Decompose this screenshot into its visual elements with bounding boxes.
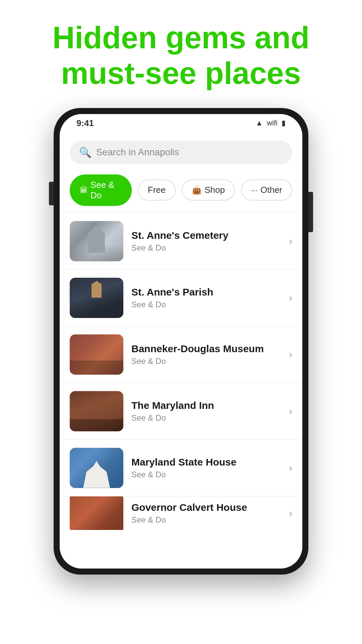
place-item-parish[interactable]: St. Anne's Parish See & Do › — [60, 270, 302, 326]
place-name-calvert: Governor Calvert House — [131, 502, 281, 513]
chevron-statehouse: › — [289, 463, 292, 473]
place-info-statehouse: Maryland State House See & Do — [131, 457, 281, 479]
place-info-museum: Banneker-Douglas Museum See & Do — [131, 343, 281, 366]
place-item-inn[interactable]: The Maryland Inn See & Do › — [60, 383, 302, 440]
battery-icon: ▮ — [282, 119, 286, 127]
place-info-calvert: Governor Calvert House See & Do — [131, 502, 281, 525]
status-icons: ▲ wifi ▮ — [255, 119, 286, 127]
place-info-inn: The Maryland Inn See & Do — [131, 400, 281, 423]
tab-free-label: Free — [148, 185, 166, 195]
place-name-museum: Banneker-Douglas Museum — [131, 343, 281, 355]
thumbnail-inn — [70, 391, 123, 431]
chevron-inn: › — [289, 406, 292, 417]
chevron-calvert: › — [289, 508, 292, 519]
shop-icon: 👜 — [192, 185, 202, 195]
hero-title: Hidden gems and must-see places — [27, 20, 335, 91]
place-category-parish: See & Do — [131, 300, 281, 309]
chevron-museum: › — [289, 349, 292, 360]
place-category-museum: See & Do — [131, 357, 281, 366]
tab-free[interactable]: Free — [138, 179, 176, 201]
app-content: 🔍 Search in Annapolis 🏛 See & Do Free 👜 — [60, 132, 302, 569]
phone-wrapper: 9:41 ▲ wifi ▮ 🔍 Search in Annapolis — [0, 108, 362, 575]
search-bar-container: 🔍 Search in Annapolis — [60, 132, 302, 171]
phone-outer: 9:41 ▲ wifi ▮ 🔍 Search in Annapolis — [54, 108, 308, 575]
place-name-statehouse: Maryland State House — [131, 457, 281, 468]
place-name-cemetery: St. Anne's Cemetery — [131, 230, 281, 241]
search-icon: 🔍 — [79, 147, 92, 158]
thumbnail-statehouse — [70, 448, 123, 488]
tab-see-do[interactable]: 🏛 See & Do — [70, 174, 132, 206]
place-category-calvert: See & Do — [131, 515, 281, 525]
see-do-icon: 🏛 — [80, 185, 88, 195]
place-category-statehouse: See & Do — [131, 470, 281, 479]
tab-shop[interactable]: 👜 Shop — [182, 179, 235, 201]
chevron-cemetery: › — [289, 236, 292, 247]
phone-inner: 9:41 ▲ wifi ▮ 🔍 Search in Annapolis — [60, 114, 302, 569]
other-icon: ··· — [251, 185, 258, 195]
search-bar[interactable]: 🔍 Search in Annapolis — [70, 141, 292, 164]
thumbnail-cemetery — [70, 221, 123, 261]
search-placeholder-text: Search in Annapolis — [96, 147, 179, 158]
status-bar: 9:41 ▲ wifi ▮ — [60, 114, 302, 132]
filter-tabs: 🏛 See & Do Free 👜 Shop ··· Other — [60, 171, 302, 213]
tab-other-label: Other — [260, 185, 282, 195]
thumbnail-parish — [70, 278, 123, 318]
status-time: 9:41 — [76, 118, 94, 128]
place-item-statehouse[interactable]: Maryland State House See & Do › — [60, 440, 302, 496]
chevron-parish: › — [289, 292, 292, 303]
signal-icon: ▲ — [255, 119, 263, 127]
tab-shop-label: Shop — [204, 185, 225, 195]
thumbnail-calvert — [70, 496, 123, 530]
place-name-parish: St. Anne's Parish — [131, 286, 281, 298]
hero-section: Hidden gems and must-see places — [0, 0, 362, 108]
wifi-icon: wifi — [267, 119, 278, 127]
place-item-museum[interactable]: Banneker-Douglas Museum See & Do › — [60, 326, 302, 383]
place-category-cemetery: See & Do — [131, 243, 281, 253]
place-info-cemetery: St. Anne's Cemetery See & Do — [131, 230, 281, 253]
place-info-parish: St. Anne's Parish See & Do — [131, 286, 281, 309]
thumbnail-museum — [70, 334, 123, 375]
tab-see-do-label: See & Do — [90, 180, 122, 201]
place-item-calvert[interactable]: Governor Calvert House See & Do › — [60, 496, 302, 530]
place-item-cemetery[interactable]: St. Anne's Cemetery See & Do › — [60, 213, 302, 270]
place-category-inn: See & Do — [131, 413, 281, 423]
tab-other[interactable]: ··· Other — [241, 179, 292, 201]
place-list: St. Anne's Cemetery See & Do › St. Anne'… — [60, 213, 302, 530]
place-name-inn: The Maryland Inn — [131, 400, 281, 411]
